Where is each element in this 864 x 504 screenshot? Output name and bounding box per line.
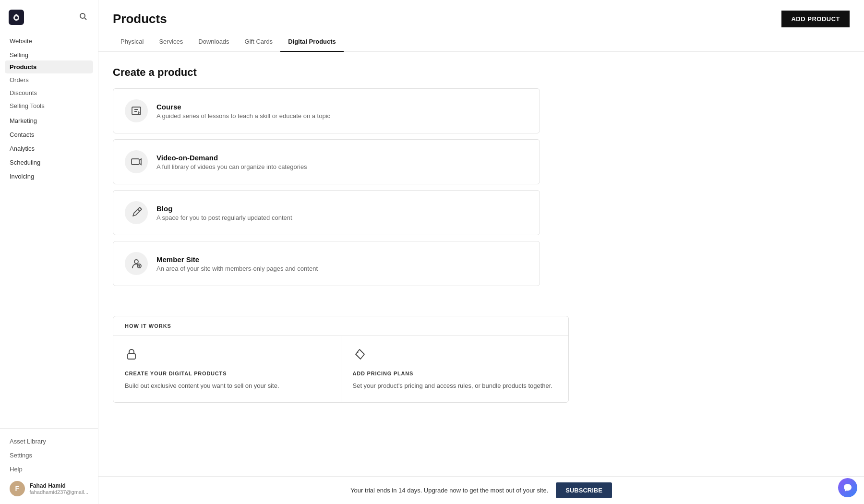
tab-services[interactable]: Services [151, 32, 191, 52]
pricing-plans-label: ADD PRICING PLANS [353, 371, 557, 376]
create-product-section: Create a product Course A guided series … [98, 52, 554, 306]
member-title: Member Site [156, 255, 318, 264]
tab-physical[interactable]: Physical [113, 32, 151, 52]
user-name: Fahad Hamid [30, 482, 88, 489]
sidebar-item-settings[interactable]: Settings [7, 448, 91, 462]
svg-line-2 [85, 18, 87, 20]
sidebar-item-selling-tools[interactable]: Selling Tools [5, 99, 93, 112]
main-content: Products ADD PRODUCT Physical Services D… [98, 0, 864, 504]
sidebar-item-contacts[interactable]: Contacts [5, 126, 93, 140]
member-desc: An area of your site with members-only p… [156, 265, 318, 272]
how-card-create: CREATE YOUR DIGITAL PRODUCTS Build out e… [113, 336, 341, 402]
how-it-works-section: HOW IT WORKS CREATE YOUR DIGITAL PRODUCT… [113, 316, 569, 403]
tabs-bar: Physical Services Downloads Gift Cards D… [98, 32, 864, 52]
pricing-plans-desc: Set your product's pricing and access ru… [353, 381, 557, 391]
sidebar-item-scheduling[interactable]: Scheduling [5, 154, 93, 168]
sidebar-item-discounts[interactable]: Discounts [5, 86, 93, 99]
main-header: Products ADD PRODUCT [98, 0, 864, 27]
video-icon [125, 150, 148, 173]
sidebar-item-orders[interactable]: Orders [5, 73, 93, 86]
user-email: fahadhamid237@gmail... [30, 489, 88, 495]
svg-point-1 [80, 13, 85, 18]
tab-downloads[interactable]: Downloads [191, 32, 237, 52]
product-card-video[interactable]: Video-on-Demand A full library of videos… [113, 139, 540, 184]
search-button[interactable] [77, 10, 89, 25]
tab-gift-cards[interactable]: Gift Cards [237, 32, 281, 52]
page-title: Products [113, 12, 167, 26]
sidebar-bottom: Asset Library Settings Help F Fahad Hami… [0, 428, 98, 504]
blog-icon [125, 201, 148, 224]
course-title: Course [156, 103, 330, 111]
svg-point-0 [15, 16, 18, 19]
product-card-member[interactable]: Member Site An area of your site with me… [113, 241, 540, 286]
product-card-blog[interactable]: Blog A space for you to post regularly u… [113, 190, 540, 235]
blog-title: Blog [156, 204, 292, 213]
create-products-desc: Build out exclusive content you want to … [125, 381, 329, 391]
member-icon [125, 252, 148, 275]
create-products-label: CREATE YOUR DIGITAL PRODUCTS [125, 371, 329, 376]
tab-digital-products[interactable]: Digital Products [280, 32, 344, 52]
tag-icon [353, 348, 557, 364]
video-title: Video-on-Demand [156, 154, 307, 162]
trial-text: Your trial ends in 14 days. Upgrade now … [350, 487, 548, 494]
svg-rect-7 [128, 354, 135, 359]
sidebar-item-invoicing[interactable]: Invoicing [5, 168, 93, 182]
how-heading: HOW IT WORKS [113, 316, 568, 336]
sidebar-item-selling[interactable]: Selling [5, 47, 93, 60]
svg-point-5 [134, 260, 138, 264]
user-profile[interactable]: F Fahad Hamid fahadhamid237@gmail... [7, 476, 91, 498]
sidebar-item-products[interactable]: Products [5, 60, 93, 73]
create-heading: Create a product [113, 66, 540, 79]
logo [9, 10, 24, 25]
svg-rect-4 [132, 159, 139, 165]
lock-icon [125, 348, 329, 364]
sidebar-item-asset-library[interactable]: Asset Library [7, 434, 91, 448]
sidebar: Website Selling Products Orders Discount… [0, 0, 98, 504]
add-product-button[interactable]: ADD PRODUCT [781, 11, 850, 27]
svg-rect-3 [132, 107, 141, 115]
course-desc: A guided series of lessons to teach a sk… [156, 112, 330, 120]
svg-point-8 [357, 352, 358, 353]
sidebar-item-help[interactable]: Help [7, 462, 91, 476]
sidebar-item-analytics[interactable]: Analytics [5, 140, 93, 154]
sidebar-nav: Website Selling Products Orders Discount… [0, 33, 98, 428]
chat-bubble[interactable] [838, 478, 857, 497]
how-card-pricing: ADD PRICING PLANS Set your product's pri… [341, 336, 569, 402]
avatar: F [10, 481, 25, 496]
sidebar-item-website[interactable]: Website [5, 33, 93, 47]
course-icon [125, 99, 148, 122]
trial-bar: Your trial ends in 14 days. Upgrade now … [98, 476, 864, 504]
video-desc: A full library of videos you can organiz… [156, 163, 307, 170]
subscribe-button[interactable]: SUBSCRIBE [556, 482, 612, 498]
blog-desc: A space for you to post regularly update… [156, 214, 292, 221]
product-card-course[interactable]: Course A guided series of lessons to tea… [113, 88, 540, 133]
sidebar-item-marketing[interactable]: Marketing [5, 112, 93, 126]
